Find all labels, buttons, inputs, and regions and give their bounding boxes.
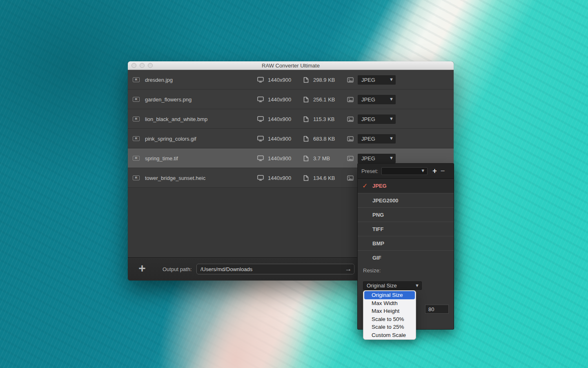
file-name: garden_flowers.png xyxy=(145,96,192,103)
choose-path-arrow-icon[interactable]: → xyxy=(343,264,354,274)
file-icon xyxy=(303,148,309,168)
minimize-button[interactable] xyxy=(140,63,145,68)
file-size: 683.8 KB xyxy=(313,129,335,148)
raw-file-icon: R xyxy=(133,117,140,121)
chevron-down-icon: ▼ xyxy=(389,97,394,101)
quality-input[interactable] xyxy=(425,305,449,314)
image-format-icon xyxy=(347,148,354,168)
check-icon: ✓ xyxy=(362,179,368,193)
format-options-list: ✓ JPEG ✓ JPEG2000 ✓ PNG ✓ TIFF ✓ BMP ✓ G… xyxy=(358,179,454,265)
file-name: lion_black_and_white.bmp xyxy=(145,116,207,122)
resize-value: Original Size xyxy=(367,283,397,289)
image-format-icon xyxy=(347,90,354,109)
format-dropdown[interactable]: JPEG ▼ xyxy=(358,95,396,104)
format-dropdown[interactable]: JPEG ▼ xyxy=(358,75,396,85)
file-dimensions: 588x368 xyxy=(268,168,291,188)
chevron-down-icon: ▼ xyxy=(415,283,419,288)
format-option[interactable]: ✓ TIFF xyxy=(358,222,454,236)
format-value: JPEG xyxy=(361,155,375,162)
file-dimensions: 588x368 xyxy=(268,109,291,129)
display-icon xyxy=(257,90,264,109)
format-dropdown[interactable]: JPEG ▼ xyxy=(358,154,396,163)
resize-option[interactable]: Original Size xyxy=(364,291,415,299)
image-format-icon xyxy=(347,168,354,188)
file-row[interactable]: R lion_black_and_white.bmp 588x368 115.… xyxy=(128,109,454,129)
file-name: pink_spring_colors.gif xyxy=(145,136,196,142)
file-size: 3.7 MB xyxy=(313,148,330,168)
file-row[interactable]: R dresden.jpg 588x368 298.9 KB xyxy=(128,70,454,90)
file-name: spring_time.tif xyxy=(145,155,178,162)
format-dropdown[interactable]: JPEG ▼ xyxy=(358,114,396,124)
window-titlebar: RAW Converter Ultimate xyxy=(128,61,454,70)
desktop-wallpaper: RAW Converter Ultimate R dresden.jpg 144… xyxy=(0,0,588,368)
format-option-label: PNG xyxy=(372,212,384,218)
file-size: 256.1 KB xyxy=(313,90,335,109)
file-dimensions: 588x368 xyxy=(268,90,291,109)
raw-file-icon: R xyxy=(133,97,140,102)
resize-dropdown[interactable]: Original Size ▼ xyxy=(363,281,422,290)
format-value: JPEG xyxy=(361,96,375,103)
raw-file-icon: R xyxy=(133,175,140,180)
display-icon xyxy=(257,109,264,129)
format-option[interactable]: ✓ JPEG xyxy=(358,179,454,193)
display-icon xyxy=(257,148,264,168)
resize-option[interactable]: Max Height xyxy=(363,307,416,315)
raw-file-icon: R xyxy=(133,77,140,82)
resize-option[interactable]: Custom Scale xyxy=(363,331,416,339)
file-name: dresden.jpg xyxy=(145,77,173,83)
add-files-button[interactable]: + xyxy=(135,261,149,275)
file-size: 115.3 KB xyxy=(313,109,335,129)
chevron-down-icon: ▼ xyxy=(421,168,425,173)
remove-preset-button[interactable]: − xyxy=(441,167,445,175)
format-option-label: GIF xyxy=(372,255,381,261)
add-preset-button[interactable]: + xyxy=(432,167,437,175)
resize-option[interactable]: Max Width xyxy=(363,299,416,307)
file-icon xyxy=(303,90,309,109)
resize-options-menu: Original SizeMax WidthMax HeightScale to… xyxy=(363,290,416,340)
format-value: JPEG xyxy=(361,136,375,142)
file-icon xyxy=(303,168,309,188)
preset-label: Preset: xyxy=(361,168,378,174)
file-row[interactable]: R pink_spring_colors.gif 588x368 683.8 … xyxy=(128,129,454,148)
file-dimensions: 588x368 xyxy=(268,70,291,90)
format-option-label: JPEG xyxy=(372,183,387,189)
format-option[interactable]: ✓ GIF xyxy=(358,250,454,265)
file-row[interactable]: R garden_flowers.png 588x368 256.1 KB xyxy=(128,90,454,109)
zoom-button[interactable] xyxy=(148,63,153,68)
window-controls xyxy=(131,61,153,70)
chevron-down-icon: ▼ xyxy=(389,136,394,141)
format-option-label: JPEG2000 xyxy=(372,197,399,204)
format-option[interactable]: ✓ BMP xyxy=(358,236,454,250)
image-format-icon xyxy=(347,109,354,129)
format-value: JPEG xyxy=(361,77,375,83)
file-size: 134.6 KB xyxy=(313,168,335,188)
image-format-icon xyxy=(347,70,354,90)
preset-dropdown[interactable]: ▼ xyxy=(381,167,428,175)
format-option[interactable]: ✓ PNG xyxy=(358,207,454,222)
resize-option[interactable]: Scale to 25% xyxy=(363,323,416,331)
format-option[interactable]: ✓ JPEG2000 xyxy=(358,193,454,207)
file-dimensions: 588x368 xyxy=(268,129,291,148)
display-icon xyxy=(257,168,264,188)
file-icon xyxy=(303,129,309,148)
output-path-input[interactable] xyxy=(196,264,354,274)
file-icon xyxy=(303,109,309,129)
format-option-label: TIFF xyxy=(372,226,383,232)
close-button[interactable] xyxy=(131,63,136,68)
output-path-label: Output path: xyxy=(163,258,192,281)
chevron-down-icon: ▼ xyxy=(389,117,394,121)
format-option-label: BMP xyxy=(372,240,384,247)
display-icon xyxy=(257,70,264,90)
format-dropdown[interactable]: JPEG ▼ xyxy=(358,134,396,144)
raw-file-icon: R xyxy=(133,136,140,141)
chevron-down-icon: ▼ xyxy=(389,77,394,82)
window-title: RAW Converter Ultimate xyxy=(262,63,320,69)
raw-file-icon: R xyxy=(133,156,140,161)
file-size: 298.9 KB xyxy=(313,70,335,90)
chevron-down-icon: ▼ xyxy=(389,156,394,160)
image-format-icon xyxy=(347,129,354,148)
preset-row: Preset: ▼ + − xyxy=(358,164,454,179)
resize-option[interactable]: Scale to 50% xyxy=(363,315,416,323)
file-name: tower_bridge_sunset.heic xyxy=(145,175,205,181)
resize-label: Resize: xyxy=(358,267,454,274)
